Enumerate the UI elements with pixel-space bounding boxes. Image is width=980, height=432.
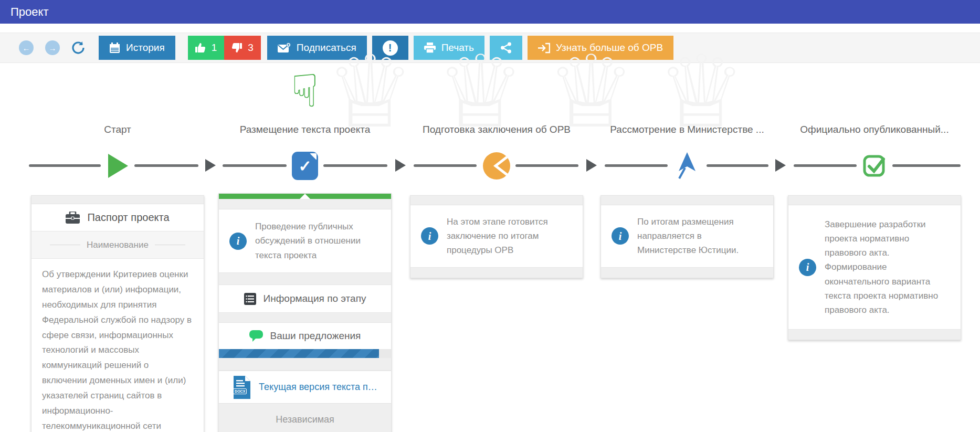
card-strip [219,199,391,209]
stage-icon-pie-chart[interactable] [483,152,510,182]
current-version-link[interactable]: Текущая версия текста п… [259,382,377,393]
card-placement: i Проведение публичных обсуждений в отно… [218,193,392,432]
docx-badge: DOCX [233,388,247,394]
passport-section-label: Наименование [87,240,149,250]
stage-info-label: Информация по этапу [264,293,366,304]
card-orv: i На этом этапе готовится заключение по … [410,195,583,278]
like-button[interactable]: 1 [188,36,225,60]
forward-button[interactable]: → [45,40,60,55]
vote-group: 1 3 [188,36,261,60]
arrow-left-icon: ← [23,44,30,52]
card-strip [601,267,773,278]
timeline-segment [515,164,578,167]
orv-info-block: i На этом этапе готовится заключение по … [410,205,583,267]
dislike-count: 3 [248,42,254,54]
stage-info-row[interactable]: Информация по этапу [219,285,391,312]
timeline-segment [892,164,961,167]
placement-info-block: i Проведение публичных обсуждений в отно… [219,209,391,272]
project-page: Проект ← → История [0,0,980,432]
stage-progress-bar [219,194,391,199]
card-strip [219,358,391,371]
suggestions-progress [219,349,391,358]
thumbs-down-icon [231,43,242,53]
timeline-segment [223,164,287,167]
stage-icon-pin[interactable] [673,151,701,183]
arrow-right-icon: → [49,44,57,52]
passport-section-row: Наименование [31,231,204,259]
card-strip [410,267,583,278]
timeline-segment [414,164,477,167]
suggestions-progress-fill [219,349,379,358]
suggestions-label: Ваши предложения [270,330,361,342]
card-published: i Завершение разработки проекта норматив… [788,195,961,340]
current-version-row[interactable]: DOCX Текущая версия текста п… [219,371,391,403]
page-title: Проект [10,5,48,19]
info-icon: i [229,233,247,250]
current-stage-hand-icon: ☟ [281,67,329,114]
stage-icon-book-check[interactable]: ✓ [292,152,318,180]
ministry-info-block: i По итогам размещения направляется в Ми… [601,205,773,267]
stage-label-placement: Размещение текста проекта [216,124,394,135]
info-icon: i [421,227,438,245]
calendar-icon [109,43,120,54]
independent-row: Независимая [219,403,391,432]
stage-icon-play[interactable] [108,154,128,178]
divider-rule [155,245,185,245]
comment-icon [249,330,263,342]
card-strip [219,312,391,323]
passport-title-row[interactable]: Паспорт проекта [31,204,204,231]
history-button-label: История [126,42,165,54]
page-fold [310,153,317,160]
card-strip [410,196,583,205]
placement-info-text: Проведение публичных обсуждений в отноше… [255,219,381,262]
app-header: Проект [0,0,980,24]
timeline-arrow-icon [775,159,786,172]
card-strip [601,196,773,205]
history-button[interactable]: История [99,36,175,60]
stage-label-orv: Подготовка заключения об ОРВ [407,124,586,135]
independent-label: Независимая [276,414,334,425]
dislike-button[interactable]: 3 [224,36,261,60]
like-count: 1 [212,42,217,54]
stage-label-ministry: Рассмотрение в Министерстве ... [598,124,776,135]
docx-file-icon: DOCX [233,376,251,399]
orv-info-text: На этом этапе готовится заключение по ит… [447,215,572,258]
stage-label-published: Официально опубликованный... [785,124,964,135]
suggestions-row[interactable]: Ваши предложения [219,323,391,349]
stage-label-start: Старт [28,124,207,135]
timeline-segment [794,164,857,167]
back-button[interactable]: ← [19,40,34,55]
timeline-arrow-icon [395,159,406,172]
card-ministry: i По итогам размещения направляется в Ми… [600,195,774,278]
refresh-icon [71,41,85,55]
card-strip [788,329,961,340]
published-info-block: i Завершение разработки проекта норматив… [788,205,961,329]
timeline-arrow-icon [205,159,216,172]
passport-title: Паспорт проекта [87,212,169,224]
timeline-arrow-icon [586,159,597,172]
briefcase-icon [66,212,80,224]
timeline-segment [134,164,198,167]
divider-rule [50,245,80,245]
list-icon [244,293,256,305]
info-icon: i [799,259,816,276]
card-strip [219,272,391,285]
thumbs-up-icon [195,43,206,53]
published-info-text: Завершение разработки проекта нормативно… [825,217,950,317]
timeline-segment [605,164,668,167]
ministry-info-text: По итогам размещения направляется в Мини… [637,215,763,258]
timeline-segment [29,164,101,167]
stage-icon-checkbox[interactable] [862,153,888,180]
timeline-segment [707,164,768,167]
info-icon: i [612,227,629,245]
passport-text: Об утверждении Критериев оценки материал… [31,259,204,432]
envelope-plus-icon [278,43,291,54]
card-strip [788,196,961,205]
refresh-button[interactable] [71,41,85,55]
card-passport: Паспорт проекта Наименование Об утвержде… [31,195,204,432]
card-strip [31,196,204,204]
timeline-segment [323,164,387,167]
